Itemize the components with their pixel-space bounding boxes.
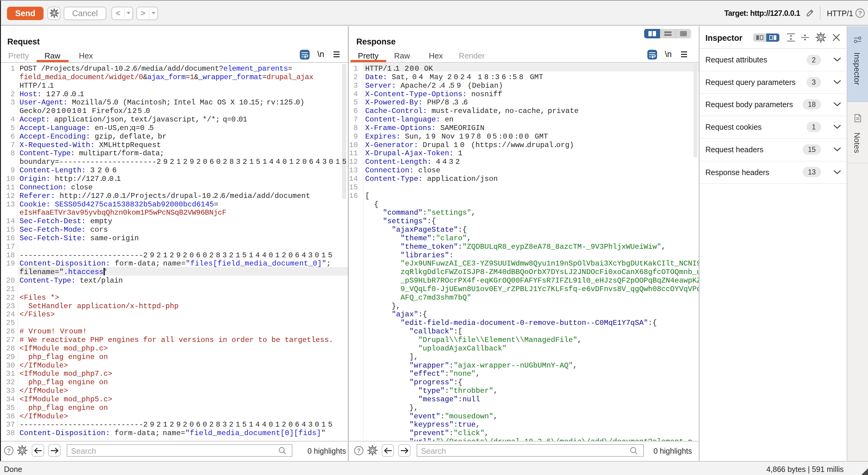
svg-text:?: ? (7, 447, 11, 454)
svg-text:?: ? (858, 10, 862, 17)
svg-text:?: ? (357, 447, 361, 454)
